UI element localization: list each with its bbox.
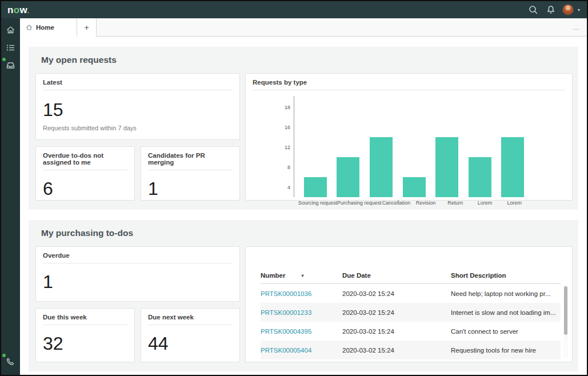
x-axis-label: Lorem: [499, 200, 529, 206]
stat-value: 1: [43, 273, 233, 291]
home-icon: [26, 24, 33, 31]
dashboard-content: My open requests Latest 15 Requests subm…: [20, 37, 587, 375]
presence-dot: [2, 354, 6, 357]
table-row: PRTSK000043952020-03-02 15:24Can't conne…: [261, 322, 561, 341]
new-tab-button[interactable]: +: [77, 18, 97, 37]
cell-number: PRTSK00001036: [261, 290, 342, 297]
user-menu-chevron-down-icon[interactable]: ▾: [578, 7, 580, 13]
stat-cards-column: Overdue 1 Due this week 32: [35, 246, 240, 362]
stat-value: 6: [43, 179, 127, 198]
bar-revision[interactable]: [403, 177, 426, 197]
record-link[interactable]: PRTSK00001233: [261, 309, 311, 316]
column-header-short-description[interactable]: Short Description: [451, 272, 561, 279]
section-my-open-requests: My open requests Latest 15 Requests subm…: [29, 47, 578, 210]
card-requests-by-type: Requests by type 48121618 Sourcing reque…: [245, 73, 573, 201]
card-divider: [253, 90, 565, 90]
sidebar-list-icon[interactable]: [4, 41, 18, 54]
record-link[interactable]: PRTSK00001036: [261, 290, 311, 297]
user-avatar[interactable]: [561, 2, 575, 17]
cell-due-date: 2020-03-02 15:24: [342, 290, 451, 297]
section-title: My purchasing to-dos: [41, 228, 573, 238]
section-my-purchasing-todos: My purchasing to-dos Overdue 1 Due this …: [29, 220, 578, 371]
table-scrollbar-thumb[interactable]: [564, 286, 567, 335]
stat-cards-column: Latest 15 Requests submitted within 7 da…: [35, 73, 240, 201]
record-link[interactable]: PRTSK00004395: [261, 328, 311, 335]
bar-column: [365, 137, 398, 197]
table-row: PRTSK000054042020-03-02 15:24Requesting …: [261, 341, 561, 359]
sidebar-inbox-icon[interactable]: [4, 58, 18, 72]
cell-number: PRTSK00005404: [261, 347, 342, 354]
card-todo-table: Number ▾ Due Date Short Description PRTS…: [245, 246, 573, 362]
cell-short-description: Can't connect to server: [451, 328, 561, 335]
record-link[interactable]: PRTSK00005404: [261, 347, 311, 354]
avatar-image: [562, 4, 574, 15]
card-label: Overdue to-dos not assigned to me: [43, 152, 127, 166]
bar-column: [299, 177, 332, 197]
bar-column: [332, 157, 365, 197]
y-axis-tick: 16: [285, 125, 290, 130]
now-logo: now.: [7, 5, 29, 15]
sidebar-home-icon[interactable]: [4, 23, 18, 37]
bar-cancellation[interactable]: [370, 137, 393, 197]
column-header-due-date[interactable]: Due Date: [342, 272, 451, 279]
cell-short-description: Requesting tools for new hire: [451, 347, 561, 354]
card-due-this-week[interactable]: Due this week 32: [35, 308, 135, 362]
cell-number: PRTSK00001233: [261, 309, 342, 316]
top-header: now. ▾: [1, 1, 587, 18]
x-axis-label: Cancellation: [382, 200, 411, 206]
y-axis-tick: 18: [285, 105, 290, 110]
bar-lorem[interactable]: [469, 157, 491, 197]
table-header: Number ▾ Due Date Short Description: [261, 272, 561, 284]
bar-return[interactable]: [435, 137, 458, 197]
y-axis-tick: 12: [285, 145, 290, 150]
card-divider: [148, 325, 233, 325]
search-icon[interactable]: [526, 2, 541, 17]
card-overdue-todos[interactable]: Overdue to-dos not assigned to me 6: [35, 146, 135, 201]
card-latest[interactable]: Latest 15 Requests submitted within 7 da…: [35, 73, 240, 140]
card-divider: [43, 263, 233, 263]
tab-home-label: Home: [36, 24, 54, 31]
chart-title: Requests by type: [253, 79, 565, 86]
tab-overflow-ellipsis[interactable]: …: [573, 24, 580, 31]
section-title: My open requests: [41, 55, 573, 65]
notifications-bell-icon[interactable]: [543, 2, 558, 17]
tab-strip-filler: …: [97, 18, 587, 37]
bar-column: [430, 137, 463, 197]
stat-subtitle: Requests submitted within 7 days: [43, 125, 233, 131]
card-divider: [43, 90, 233, 90]
x-axis-label: Revision: [411, 200, 441, 206]
stat-value: 44: [148, 334, 233, 353]
stat-value: 1: [148, 179, 233, 198]
card-label: Due next week: [148, 314, 233, 321]
column-label: Number: [261, 272, 285, 279]
y-axis-tick: 4: [287, 185, 290, 190]
x-axis-label: Purchasing request: [337, 200, 382, 206]
app-window: now. ▾: [0, 0, 588, 376]
sort-descending-icon: ▾: [301, 273, 303, 278]
bar-sourcing-request[interactable]: [304, 177, 327, 197]
card-divider: [43, 325, 127, 325]
card-label: Overdue: [43, 252, 233, 259]
x-axis-label: Return: [441, 200, 470, 206]
column-header-number[interactable]: Number ▾: [261, 272, 342, 279]
bar-lorem[interactable]: [501, 137, 524, 197]
x-axis-label: Sourcing request: [298, 200, 337, 206]
table-body: PRTSK000010362020-03-02 15:24Need help; …: [261, 284, 561, 359]
card-label: Latest: [43, 79, 233, 86]
card-label: Candidates for PR merging: [148, 152, 233, 166]
table-row: PRTSK000012332020-03-02 15:24Internet is…: [261, 303, 561, 322]
left-sidebar: [1, 18, 20, 375]
card-due-next-week[interactable]: Due next week 44: [141, 308, 240, 362]
cell-due-date: 2020-03-02 15:24: [342, 328, 451, 335]
card-pr-merging[interactable]: Candidates for PR merging 1: [141, 146, 240, 201]
y-axis-tick: 8: [287, 165, 290, 170]
card-overdue[interactable]: Overdue 1: [35, 246, 240, 302]
x-axis-label: Lorem: [470, 200, 500, 206]
bar-purchasing-request[interactable]: [337, 157, 359, 197]
chart-xlabels: Sourcing requestPurchasing requestCancel…: [294, 200, 534, 206]
tab-home[interactable]: Home: [20, 18, 77, 37]
table-row: PRTSK000010362020-03-02 15:24Need help; …: [261, 284, 561, 303]
sidebar-phone-icon[interactable]: [4, 354, 18, 368]
stat-value: 15: [43, 101, 233, 119]
cell-due-date: 2020-03-02 15:24: [342, 347, 451, 354]
